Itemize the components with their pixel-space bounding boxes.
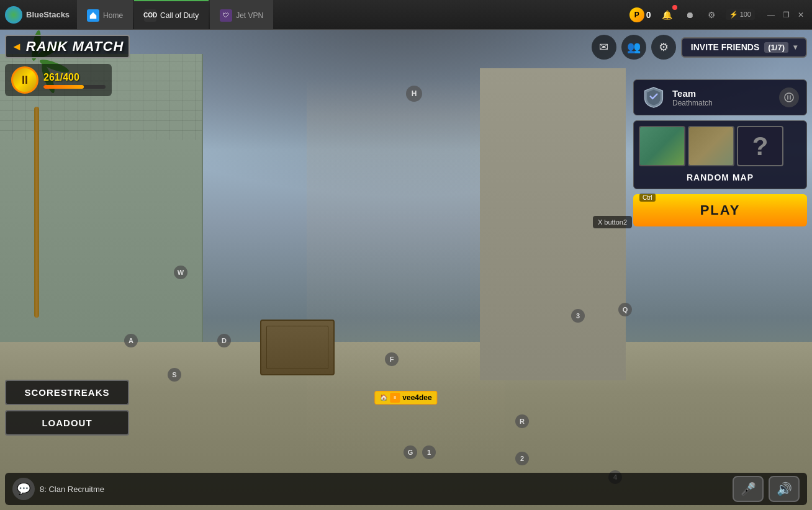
bs-logo-icon <box>5 6 22 24</box>
rank-info: 261/400 <box>43 72 106 89</box>
map-thumbnails: ? <box>639 126 801 166</box>
mic-icon: 🎤 <box>741 481 756 496</box>
home-tab-label: Home <box>103 11 123 20</box>
notification-dot <box>672 5 677 10</box>
p-count: 0 <box>646 10 651 20</box>
page-title: RANK MATCH <box>26 38 124 55</box>
x-button-hint: X button2 <box>593 216 632 228</box>
chat-bubble-icon: 💬 <box>17 482 30 496</box>
rank-badge-small: II <box>390 393 400 403</box>
sound-button[interactable]: 🔊 <box>769 476 800 502</box>
gear-icon: ⚙ <box>659 40 669 54</box>
window-controls: — ❐ ✕ <box>765 9 807 21</box>
game-area: 🏠 II vee4dee ◄ RANK MATCH II 261/400 H W <box>0 30 812 510</box>
bluestacks-logo: BlueStacks <box>5 6 70 24</box>
tab-jetvpn[interactable]: 🛡 Jet VPN <box>210 0 273 29</box>
app-name: BlueStacks <box>26 10 70 19</box>
mode-change-button[interactable] <box>779 87 799 107</box>
settings-game-button[interactable]: ⚙ <box>651 35 676 60</box>
screen-record-button[interactable]: ⏺ <box>681 6 698 24</box>
palm-trunk <box>34 107 39 318</box>
rank-points: 261/400 <box>43 72 106 83</box>
vpn-tab-icon: 🛡 <box>220 9 232 22</box>
home-icon: 🏠 <box>380 394 387 401</box>
player-name: vee4dee <box>402 393 431 402</box>
rank-header: ◄ RANK MATCH <box>5 35 130 58</box>
ctrl-badge: Ctrl <box>639 194 656 202</box>
back-arrow-icon: ◄ <box>11 40 22 53</box>
maximize-button[interactable]: ❐ <box>780 9 792 21</box>
left-menu-buttons: SCORESTREAKS LOADOUT <box>5 380 129 436</box>
invite-friends-label: INVITE FRIENDS <box>691 42 759 52</box>
num1-indicator: 1 <box>422 445 436 459</box>
rank-badge-container: II 261/400 <box>5 64 112 96</box>
cod-tab-icon: COD <box>144 9 156 22</box>
num2-indicator: 2 <box>515 452 529 465</box>
cod-tab-label: Call of Duty <box>160 11 199 20</box>
group-button[interactable]: 👥 <box>621 35 646 60</box>
random-map-label: RANDOM MAP <box>639 171 801 184</box>
invite-count: (1/7) <box>764 42 788 53</box>
rank-progress-bar <box>43 85 106 89</box>
vpn-tab-label: Jet VPN <box>236 11 263 20</box>
play-label: PLAY <box>700 202 741 218</box>
mode-sub: Deathmatch <box>672 99 773 107</box>
p-icon: P <box>629 7 644 22</box>
rank-bar-fill <box>43 85 84 89</box>
loadout-button[interactable]: LOADOUT <box>5 410 129 436</box>
rank-circle: II <box>11 66 38 94</box>
question-mark-icon: ? <box>752 132 769 161</box>
invite-friends-button[interactable]: INVITE FRIENDS (1/7) ▾ <box>681 37 807 58</box>
chat-bubble-button[interactable]: 💬 <box>12 478 35 500</box>
right-panel: Team Deathmatch ? RANDOM MAP <box>633 79 807 226</box>
p-counter: P 0 <box>629 7 651 22</box>
battery-indicator: ⚡ 100 <box>726 9 755 20</box>
mode-name: Team <box>672 88 773 99</box>
rank-pause-icon: II <box>22 74 28 87</box>
supply-crate <box>260 320 335 375</box>
top-right-controls: ✉ 👥 ⚙ INVITE FRIENDS (1/7) ▾ <box>592 35 807 60</box>
title-bar: BlueStacks Home COD Call of Duty 🛡 Jet V… <box>0 0 812 30</box>
close-button[interactable]: ✕ <box>795 9 807 21</box>
mode-selector[interactable]: Team Deathmatch <box>633 79 807 115</box>
chat-bar: 💬 8: Clan Recruitme 🎤 🔊 <box>5 473 807 505</box>
svg-point-0 <box>785 93 793 102</box>
mail-button[interactable]: ✉ <box>592 35 616 60</box>
map-thumb-2[interactable] <box>688 126 734 166</box>
group-icon: 👥 <box>627 40 641 54</box>
tab-bar: Home COD Call of Duty 🛡 Jet VPN <box>77 0 629 29</box>
mode-shield-icon <box>641 85 666 110</box>
num3-indicator: 3 <box>571 309 585 323</box>
g-key-indicator: G <box>404 445 417 459</box>
h-key-indicator: H <box>406 86 422 102</box>
microphone-button[interactable]: 🎤 <box>733 476 764 502</box>
mail-icon: ✉ <box>599 40 608 54</box>
map-thumb-random[interactable]: ? <box>737 126 783 166</box>
map-selection: ? RANDOM MAP <box>633 120 807 189</box>
player-tag: 🏠 II vee4dee <box>374 391 437 405</box>
settings-button[interactable]: ⚙ <box>703 6 721 24</box>
home-tab-icon <box>87 9 99 22</box>
w-key-indicator: W <box>174 266 187 279</box>
f-key-indicator: F <box>385 352 399 366</box>
a-key-indicator: A <box>124 334 138 347</box>
tab-home[interactable]: Home <box>77 0 133 29</box>
back-button[interactable]: ◄ RANK MATCH <box>5 35 130 58</box>
chat-text: 8: Clan Recruitme <box>40 485 728 494</box>
mode-info: Team Deathmatch <box>672 88 773 107</box>
sound-icon: 🔊 <box>777 481 792 496</box>
notification-bell-button[interactable]: 🔔 <box>659 6 676 24</box>
scorestreaks-button[interactable]: SCORESTREAKS <box>5 380 129 405</box>
q-key-indicator: Q <box>618 303 632 316</box>
d-key-indicator: D <box>217 334 231 347</box>
map-thumb-1[interactable] <box>639 126 685 166</box>
s-key-indicator: S <box>168 368 181 382</box>
rank-icon: II <box>11 66 38 94</box>
chevron-down-icon: ▾ <box>793 43 797 51</box>
tab-cod[interactable]: COD Call of Duty <box>134 0 209 29</box>
play-button[interactable]: Ctrl PLAY <box>633 194 807 226</box>
titlebar-controls: P 0 🔔 ⏺ ⚙ ⚡ 100 — ❐ ✕ <box>629 6 807 24</box>
minimize-button[interactable]: — <box>765 9 777 21</box>
r-key-indicator: R <box>515 414 529 428</box>
